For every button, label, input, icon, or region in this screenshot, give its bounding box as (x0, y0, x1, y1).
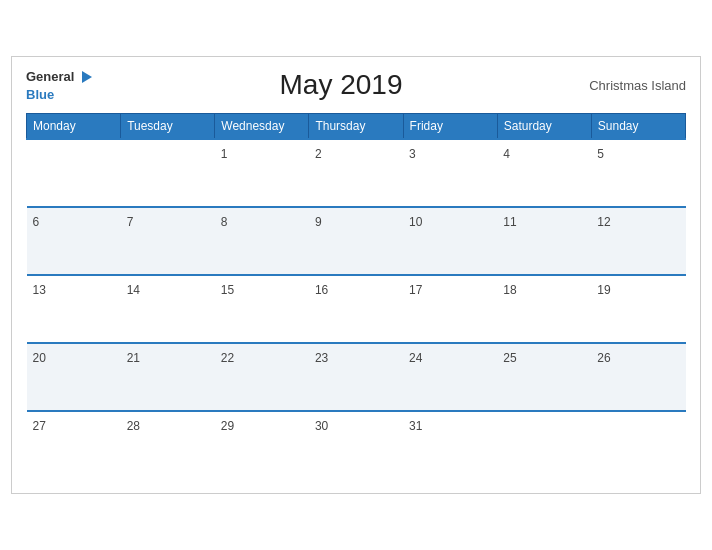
day-number: 31 (409, 419, 422, 433)
calendar-cell (27, 139, 121, 207)
calendar-title: May 2019 (280, 69, 403, 101)
weekday-header-friday: Friday (403, 113, 497, 139)
day-number: 21 (127, 351, 140, 365)
calendar-cell: 24 (403, 343, 497, 411)
calendar-cell: 6 (27, 207, 121, 275)
calendar-cell: 14 (121, 275, 215, 343)
day-number: 30 (315, 419, 328, 433)
weekday-header-sunday: Sunday (591, 113, 685, 139)
logo-general-text: General (26, 69, 74, 84)
weekday-header-tuesday: Tuesday (121, 113, 215, 139)
calendar-cell: 15 (215, 275, 309, 343)
day-number: 24 (409, 351, 422, 365)
calendar-cell: 20 (27, 343, 121, 411)
calendar-cell: 28 (121, 411, 215, 479)
calendar-cell: 12 (591, 207, 685, 275)
calendar-cell: 26 (591, 343, 685, 411)
day-number: 15 (221, 283, 234, 297)
day-number: 16 (315, 283, 328, 297)
day-number: 12 (597, 215, 610, 229)
calendar-header: General Blue May 2019 Christmas Island (26, 67, 686, 102)
day-number: 17 (409, 283, 422, 297)
logo-blue-text: Blue (26, 87, 54, 102)
day-number: 7 (127, 215, 134, 229)
calendar-cell: 25 (497, 343, 591, 411)
day-number: 19 (597, 283, 610, 297)
calendar-region: Christmas Island (589, 78, 686, 93)
weekday-header-saturday: Saturday (497, 113, 591, 139)
weekday-header-thursday: Thursday (309, 113, 403, 139)
calendar-cell: 9 (309, 207, 403, 275)
week-row-5: 2728293031 (27, 411, 686, 479)
day-number: 9 (315, 215, 322, 229)
day-number: 14 (127, 283, 140, 297)
calendar-cell: 10 (403, 207, 497, 275)
week-row-1: 12345 (27, 139, 686, 207)
week-row-4: 20212223242526 (27, 343, 686, 411)
logo-general-line: General (26, 67, 93, 85)
week-row-2: 6789101112 (27, 207, 686, 275)
calendar-cell: 11 (497, 207, 591, 275)
weekday-header-monday: Monday (27, 113, 121, 139)
day-number: 23 (315, 351, 328, 365)
weekday-header-row: MondayTuesdayWednesdayThursdayFridaySatu… (27, 113, 686, 139)
calendar-cell: 22 (215, 343, 309, 411)
calendar-container: General Blue May 2019 Christmas Island M… (11, 56, 701, 493)
calendar-cell: 4 (497, 139, 591, 207)
day-number: 6 (33, 215, 40, 229)
logo-triangle-icon (82, 71, 92, 83)
calendar-cell: 17 (403, 275, 497, 343)
calendar-cell (591, 411, 685, 479)
calendar-cell: 27 (27, 411, 121, 479)
calendar-cell: 7 (121, 207, 215, 275)
day-number: 18 (503, 283, 516, 297)
day-number: 25 (503, 351, 516, 365)
calendar-cell: 19 (591, 275, 685, 343)
day-number: 5 (597, 147, 604, 161)
day-number: 22 (221, 351, 234, 365)
calendar-cell (497, 411, 591, 479)
calendar-cell: 21 (121, 343, 215, 411)
day-number: 13 (33, 283, 46, 297)
day-number: 3 (409, 147, 416, 161)
day-number: 29 (221, 419, 234, 433)
day-number: 10 (409, 215, 422, 229)
day-number: 20 (33, 351, 46, 365)
calendar-cell (121, 139, 215, 207)
day-number: 28 (127, 419, 140, 433)
day-number: 1 (221, 147, 228, 161)
weekday-header-wednesday: Wednesday (215, 113, 309, 139)
calendar-cell: 5 (591, 139, 685, 207)
day-number: 11 (503, 215, 516, 229)
calendar-cell: 3 (403, 139, 497, 207)
day-number: 27 (33, 419, 46, 433)
day-number: 8 (221, 215, 228, 229)
calendar-cell: 16 (309, 275, 403, 343)
calendar-cell: 18 (497, 275, 591, 343)
calendar-cell: 23 (309, 343, 403, 411)
logo: General Blue (26, 67, 93, 102)
day-number: 2 (315, 147, 322, 161)
calendar-cell: 30 (309, 411, 403, 479)
calendar-cell: 1 (215, 139, 309, 207)
calendar-cell: 2 (309, 139, 403, 207)
day-number: 4 (503, 147, 510, 161)
calendar-cell: 31 (403, 411, 497, 479)
calendar-table: MondayTuesdayWednesdayThursdayFridaySatu… (26, 113, 686, 479)
week-row-3: 13141516171819 (27, 275, 686, 343)
day-number: 26 (597, 351, 610, 365)
calendar-cell: 8 (215, 207, 309, 275)
calendar-cell: 29 (215, 411, 309, 479)
calendar-cell: 13 (27, 275, 121, 343)
